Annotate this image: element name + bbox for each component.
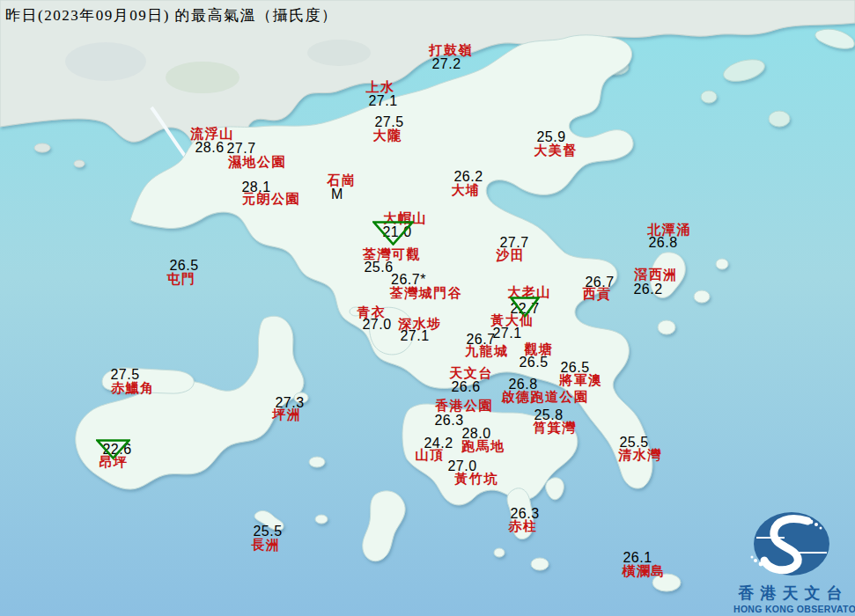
hko-logo-symbol bbox=[733, 510, 853, 577]
station-value-label: 27.5 bbox=[110, 367, 139, 383]
station-value-label: 26.5 bbox=[169, 258, 198, 274]
station-value-label: 27.5 bbox=[374, 114, 403, 130]
station-value-label: 26.7* bbox=[391, 272, 426, 288]
station-value-label: 26.5 bbox=[519, 355, 548, 370]
station-value-label: 27.1 bbox=[400, 328, 429, 344]
station-value-label: 25.5 bbox=[619, 435, 648, 451]
station-value-label: 28.6 bbox=[195, 140, 224, 156]
station-value-label: 27.0 bbox=[362, 317, 391, 333]
station-value-label: 27.1 bbox=[368, 93, 397, 109]
station-value-label: 26.7 bbox=[585, 275, 614, 290]
station-value-label: 26.1 bbox=[623, 550, 652, 566]
station-value-label: 26.2 bbox=[633, 282, 662, 297]
station-value-label: 25.9 bbox=[536, 129, 565, 145]
station-value-label: 26.7 bbox=[466, 332, 495, 348]
min-marker-triangle-icon bbox=[372, 221, 414, 246]
logo-chinese-name: 香港天文台 bbox=[733, 583, 853, 604]
station-value-label: 27.0 bbox=[447, 458, 476, 474]
station-value-label: 27.7 bbox=[226, 141, 255, 157]
station-value-label: 25.8 bbox=[534, 407, 563, 423]
station-name-label: 香港公園 bbox=[435, 398, 493, 414]
weather-map-page: 昨日(2023年09月09日) 的最高氣溫（攝氏度） 打鼓嶺27.2上水27.1… bbox=[0, 0, 855, 616]
station-value-label: 26.8 bbox=[648, 235, 677, 251]
station-value-label: 27.3 bbox=[275, 395, 304, 411]
station-value-label: 26.5 bbox=[560, 360, 589, 376]
station-layer: 打鼓嶺27.2上水27.1大隴27.5大美督25.9流浮山28.6濕地公園27.… bbox=[0, 0, 855, 616]
station-value-label: 25.5 bbox=[253, 524, 282, 539]
station-value-label: 27.1 bbox=[492, 326, 521, 341]
station-value-label: 26.2 bbox=[453, 169, 483, 185]
station-value-label: 26.6 bbox=[451, 379, 480, 395]
station-value-label: 28.0 bbox=[461, 426, 490, 442]
station-value-label: 24.2 bbox=[424, 436, 453, 451]
station-value-label: 27.7 bbox=[499, 235, 528, 251]
station-value-label: 26.8 bbox=[508, 377, 537, 392]
station-value-label: M bbox=[331, 187, 343, 202]
station-value-label: 25.6 bbox=[364, 260, 393, 275]
station-value-label: 26.3 bbox=[510, 506, 539, 522]
logo-english-name: HONG KONG OBSERVATORY bbox=[733, 604, 853, 614]
min-marker-triangle-icon bbox=[96, 439, 130, 459]
station-name-label: 滘西洲 bbox=[634, 267, 678, 283]
station-value-label: 28.1 bbox=[241, 180, 270, 195]
hko-logo: 香港天文台 HONG KONG OBSERVATORY bbox=[733, 510, 853, 614]
station-value-label: 27.2 bbox=[431, 56, 461, 72]
station-value-label: 26.3 bbox=[434, 413, 463, 429]
